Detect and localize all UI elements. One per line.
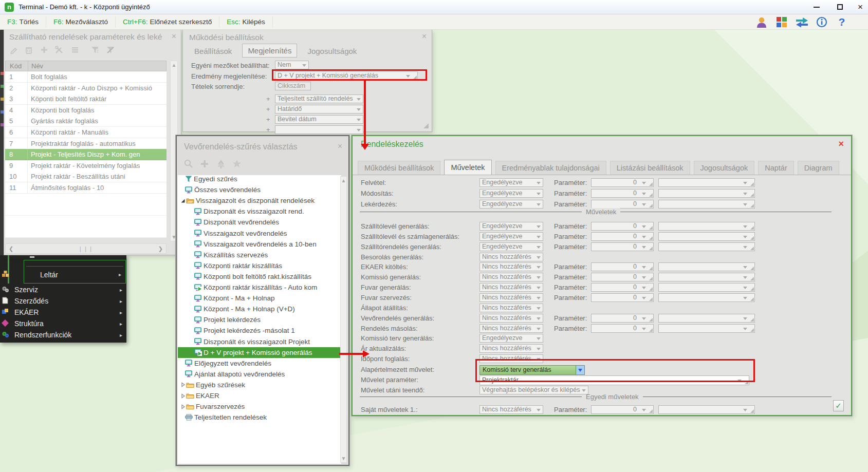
tree-item[interactable]: Központi raktár kiszállítás - Auto kom — [178, 282, 341, 293]
parameter-extra-select[interactable] — [658, 242, 755, 251]
parameter-number-select[interactable]: 0 — [591, 283, 654, 292]
tree-item[interactable]: Központ - Ma + Holnap (V+D) — [178, 304, 341, 314]
tree-item[interactable]: Központi raktár kiszállítás — [178, 260, 341, 271]
parameter-extra-select[interactable] — [658, 324, 755, 333]
parameter-extra-select[interactable] — [658, 283, 755, 292]
add-plus-icon[interactable] — [199, 159, 210, 171]
permission-select[interactable]: Engedélyezve — [479, 334, 543, 343]
column-header-kod[interactable]: Kód — [6, 61, 28, 71]
tree-item[interactable]: Központi bolt feltöltő rakt.kiszállítás — [178, 271, 341, 282]
column-header-nev[interactable]: Név — [28, 62, 43, 70]
sort-order-select[interactable] — [275, 125, 363, 134]
tree-item[interactable]: Ajánlat állapotú vevőrendelés — [178, 369, 341, 380]
parameter-number-select[interactable]: 0 — [591, 189, 654, 198]
expander-closed-icon[interactable] — [180, 393, 186, 399]
parameter-number-select[interactable]: 0 — [591, 242, 654, 251]
filter-clear-icon[interactable] — [106, 45, 115, 56]
tree-item[interactable]: Egyedi szűrés — [178, 175, 341, 184]
table-row[interactable]: 11Átminősítés foglalás - 10 — [5, 182, 167, 194]
scroll-left-icon[interactable]: ❮ — [9, 246, 13, 252]
tree-item[interactable]: Visszaigazolt vevőrendelés — [178, 228, 341, 239]
tools-icon[interactable] — [54, 45, 64, 56]
ops-window-close-icon[interactable]: × — [838, 139, 844, 149]
item-order-field[interactable]: Cikkszám — [275, 82, 311, 90]
tree-item[interactable]: Visszaigazolt vevőrendelés a 10-ben — [178, 239, 341, 250]
help-icon[interactable]: ? — [835, 16, 848, 28]
list-icon[interactable] — [70, 45, 80, 56]
parameter-number-select[interactable]: 0 — [591, 178, 654, 187]
tree-icon[interactable] — [216, 159, 226, 171]
filter-icon[interactable] — [90, 45, 100, 56]
settings-window-close-icon[interactable]: × — [422, 33, 427, 40]
delete-trash-icon[interactable] — [24, 45, 33, 56]
minimize-button[interactable] — [809, 0, 824, 14]
tree-item[interactable]: D + V projekt + Komissió generálás — [178, 347, 341, 358]
sort-order-select[interactable]: Határidő — [275, 105, 363, 114]
parameter-number-select[interactable]: 0 — [591, 314, 654, 323]
sort-order-select[interactable]: Teljesített szállító rendelés — [275, 95, 363, 103]
parameter-extra-select[interactable] — [658, 189, 755, 198]
permission-select[interactable]: Nincs hozzáférés — [479, 253, 543, 261]
resize-grip-icon[interactable] — [423, 123, 429, 128]
tree-item[interactable]: Előjegyzett vevőrendelés — [178, 358, 341, 369]
permission-select[interactable]: Engedélyezve — [479, 232, 543, 241]
tree-item[interactable]: Diszponált és visszaigazolt rend. — [178, 206, 341, 217]
tree-item[interactable]: Központ - Ma + Holnap — [178, 293, 341, 304]
apps-grid-icon[interactable] — [775, 16, 788, 28]
table-row[interactable]: 5Gyártás raktár foglalás — [5, 116, 167, 127]
tree-item[interactable]: Diszponált vevőrendelés — [178, 217, 341, 228]
function-key-item[interactable]: Esc:Kilépés — [219, 16, 273, 28]
orders-window-close-icon[interactable]: × — [172, 33, 176, 40]
tab-jogosults-gok[interactable]: Jogosultságok — [694, 161, 755, 175]
tab-megjelenítés[interactable]: Megjelenítés — [242, 44, 297, 58]
parameter-extra-select[interactable] — [658, 232, 755, 241]
parameter-number-select[interactable]: 0 — [591, 324, 654, 333]
permission-select[interactable]: Nincs hozzáférés — [479, 283, 543, 292]
menu-item-szerviz[interactable]: Szerviz▸ — [0, 284, 126, 295]
parameter-number-select[interactable]: 0 — [591, 405, 654, 414]
tab-jogosultságok[interactable]: Jogosultságok — [302, 45, 362, 58]
tab-eredm-nyablak-tulajdons-gai[interactable]: Eredményablak tulajdonságai — [495, 161, 606, 175]
filter-vertical-scrollbar[interactable]: ▲ ▼ — [340, 176, 347, 463]
maximize-button[interactable] — [832, 0, 847, 14]
permission-select[interactable]: Engedélyezve — [479, 242, 543, 251]
orders-horizontal-scrollbar[interactable]: ❮ ❘❘❘ ❯ — [5, 243, 167, 254]
transfer-arrows-icon[interactable] — [795, 16, 808, 28]
tab-m-k-d-si-be-ll-t-sok[interactable]: Működési beállítások — [358, 161, 440, 175]
menu-item-struktra[interactable]: Struktúra▸ — [0, 318, 126, 329]
scroll-right-icon[interactable]: ❯ — [158, 246, 163, 252]
tab-napt-r[interactable]: Naptár — [758, 161, 794, 175]
tab-beállítások[interactable]: Beállítások — [189, 45, 237, 58]
close-button[interactable]: × — [853, 0, 868, 14]
tree-item[interactable]: Kiszállítás szervezés — [178, 250, 341, 260]
edit-pencil-icon[interactable] — [9, 45, 19, 56]
add-plus-icon[interactable] — [40, 45, 49, 56]
function-key-item[interactable]: Ctrl+F6:Előnézet szerkesztő — [116, 16, 219, 28]
function-key-item[interactable]: F6:Mezőválasztó — [46, 16, 116, 28]
tab-diagram[interactable]: Diagram — [798, 161, 839, 175]
table-row[interactable]: 4Központi bolt foglalás — [5, 105, 167, 116]
permission-select[interactable]: Nincs hozzáférés — [479, 304, 543, 312]
parameter-number-select[interactable]: 0 — [591, 293, 654, 302]
parameter-extra-select[interactable] — [658, 222, 755, 231]
parameter-extra-select[interactable] — [658, 178, 755, 187]
custom-fields-select[interactable]: Nem — [275, 61, 309, 69]
permission-select[interactable]: Engedélyezve — [479, 222, 543, 231]
permission-select[interactable]: Nincs hozzáférés — [479, 262, 543, 271]
parameter-extra-select[interactable] — [658, 200, 755, 209]
menu-item-leltar[interactable]: Leltár ▸ — [24, 260, 126, 284]
menu-item-szerzds[interactable]: Szerződés▸ — [0, 295, 126, 307]
confirm-check-button[interactable]: ✓ — [833, 400, 844, 411]
parameter-number-select[interactable]: 0 — [591, 273, 654, 281]
filter-window-close-icon[interactable]: × — [338, 143, 342, 150]
tree-item[interactable]: Projekt lekérdezés -másolat 1 — [178, 325, 341, 336]
menu-item-rendszerfunkcik[interactable]: Rendszerfunkciók▸ — [0, 329, 126, 341]
parameter-extra-select[interactable] — [658, 314, 755, 323]
tab-list-z-si-be-ll-t-sok[interactable]: Listázási beállítások — [610, 161, 690, 175]
menu-item-eker[interactable]: EKÁER▸ — [0, 307, 126, 318]
table-row[interactable]: 10Projekt raktár - Beszállítás utáni — [5, 171, 167, 182]
parameter-extra-select[interactable] — [658, 293, 755, 302]
permission-select[interactable]: Engedélyezve — [479, 189, 543, 198]
parameter-number-select[interactable]: 0 — [591, 232, 654, 241]
sort-order-select[interactable]: Bevitel dátum — [275, 115, 363, 124]
